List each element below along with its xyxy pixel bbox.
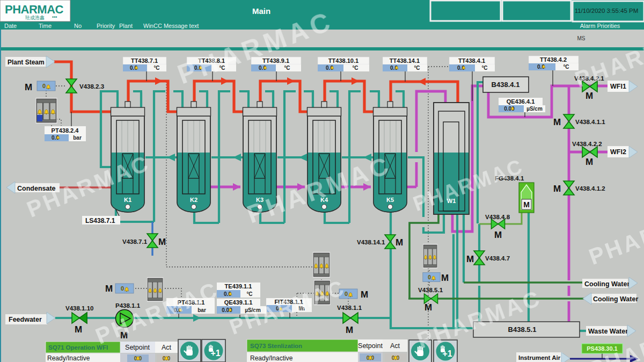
svg-text:K2: K2 xyxy=(190,197,197,203)
svg-text:Main: Main xyxy=(252,6,270,16)
svg-text:TT438.4.1: TT438.4.1 xyxy=(458,57,485,64)
svg-text:LS438.7.1: LS438.7.1 xyxy=(85,217,115,225)
svg-text:•••: ••• xyxy=(52,15,57,20)
svg-text:珐成浩鑫: 珐成浩鑫 xyxy=(25,15,45,20)
svg-text:V438.1.10: V438.1.10 xyxy=(65,305,93,312)
svg-text:TT438.7.1: TT438.7.1 xyxy=(131,57,158,64)
svg-text:V438.2.3: V438.2.3 xyxy=(79,83,104,90)
svg-text:K5: K5 xyxy=(386,197,394,203)
svg-text:Priority: Priority xyxy=(97,23,115,29)
svg-text:V438.4.2.2: V438.4.2.2 xyxy=(572,141,602,147)
svg-text:M: M xyxy=(425,302,432,313)
svg-text:TE439.1.1: TE439.1.1 xyxy=(225,283,252,289)
svg-text:M: M xyxy=(361,289,368,300)
svg-text:°C: °C xyxy=(414,65,420,71)
svg-text:M: M xyxy=(346,325,353,335)
svg-text:M: M xyxy=(494,230,502,240)
svg-text:V438.1.1: V438.1.1 xyxy=(337,305,362,311)
svg-text:Date: Date xyxy=(4,23,17,29)
svg-text:Ready/Inactive: Ready/Inactive xyxy=(47,354,90,362)
svg-text:M: M xyxy=(586,91,593,101)
svg-text:V438.14.1: V438.14.1 xyxy=(357,239,385,245)
svg-text:B438.5.1: B438.5.1 xyxy=(508,325,537,334)
svg-text:M: M xyxy=(158,237,166,247)
svg-text:QE439.1.1: QE439.1.1 xyxy=(224,299,253,306)
svg-text:TT438.10.1: TT438.10.1 xyxy=(328,57,358,64)
svg-text:Plant Steam: Plant Steam xyxy=(8,59,45,66)
svg-text:Cooling Water: Cooling Water xyxy=(593,295,638,303)
svg-text:M: M xyxy=(396,237,403,248)
svg-text:V438.4.1.2: V438.4.1.2 xyxy=(575,185,605,192)
svg-text:M: M xyxy=(553,184,561,194)
svg-text:Setpoint: Setpoint xyxy=(358,342,383,350)
svg-text:WFI2: WFI2 xyxy=(610,148,626,156)
svg-text:Setpoint: Setpoint xyxy=(125,344,150,351)
svg-text:V438.5.1: V438.5.1 xyxy=(418,287,443,293)
svg-text:M: M xyxy=(466,254,474,264)
svg-text:M: M xyxy=(105,284,113,294)
svg-text:No: No xyxy=(74,23,82,29)
svg-text:11/10/2020 3:55:45 PM: 11/10/2020 3:55:45 PM xyxy=(575,8,639,14)
svg-text:TT438.4.2: TT438.4.2 xyxy=(540,56,567,63)
svg-text:M: M xyxy=(523,200,530,209)
svg-text:M: M xyxy=(586,157,593,167)
svg-text:M: M xyxy=(553,117,561,127)
svg-text:Instrument Air: Instrument Air xyxy=(518,354,561,361)
svg-text:QE436.4.1: QE436.4.1 xyxy=(507,98,535,105)
svg-text:Alarm Priorities: Alarm Priorities xyxy=(580,23,620,29)
svg-text:B438.4.1: B438.4.1 xyxy=(492,81,520,89)
svg-text:°C: °C xyxy=(246,291,252,297)
svg-text:PT438.2.4: PT438.2.4 xyxy=(52,127,79,134)
svg-text:M: M xyxy=(25,82,32,92)
svg-text:µS/cm: µS/cm xyxy=(526,106,543,112)
svg-text:M: M xyxy=(75,324,82,335)
svg-text:M: M xyxy=(441,273,449,283)
svg-text:°C: °C xyxy=(481,65,487,71)
svg-text:°C: °C xyxy=(284,65,290,71)
svg-text:Plant: Plant xyxy=(119,23,133,29)
svg-text:TT438.14.1: TT438.14.1 xyxy=(390,57,420,64)
svg-text:WFI1: WFI1 xyxy=(610,83,626,90)
svg-text:MS: MS xyxy=(577,35,586,41)
svg-text:bar: bar xyxy=(73,135,82,141)
svg-text:SQ73 Stenlization: SQ73 Stenlization xyxy=(250,343,302,349)
svg-text:V438.4.7: V438.4.7 xyxy=(485,255,510,262)
svg-text:°C: °C xyxy=(153,65,159,71)
svg-text:°C: °C xyxy=(352,65,358,71)
svg-text:Waste Water: Waste Water xyxy=(588,328,628,335)
svg-text:Time: Time xyxy=(39,23,52,29)
svg-text:Feedwater: Feedwater xyxy=(9,316,42,323)
svg-text:Act: Act xyxy=(390,342,400,350)
svg-text:V438.4.8: V438.4.8 xyxy=(485,214,510,220)
svg-text:Act: Act xyxy=(162,344,172,351)
svg-text:°C: °C xyxy=(563,64,569,70)
svg-text:Cooling Water: Cooling Water xyxy=(584,280,630,288)
svg-text:V438.7.1: V438.7.1 xyxy=(122,238,148,245)
svg-text:Ready/Inactive: Ready/Inactive xyxy=(250,354,293,362)
svg-text:K1: K1 xyxy=(124,197,131,203)
svg-text:WinCC Message text: WinCC Message text xyxy=(143,23,199,29)
svg-text:V438.4.1.1: V438.4.1.1 xyxy=(575,119,605,125)
svg-text:SQ71 Operation WFI: SQ71 Operation WFI xyxy=(48,344,108,351)
